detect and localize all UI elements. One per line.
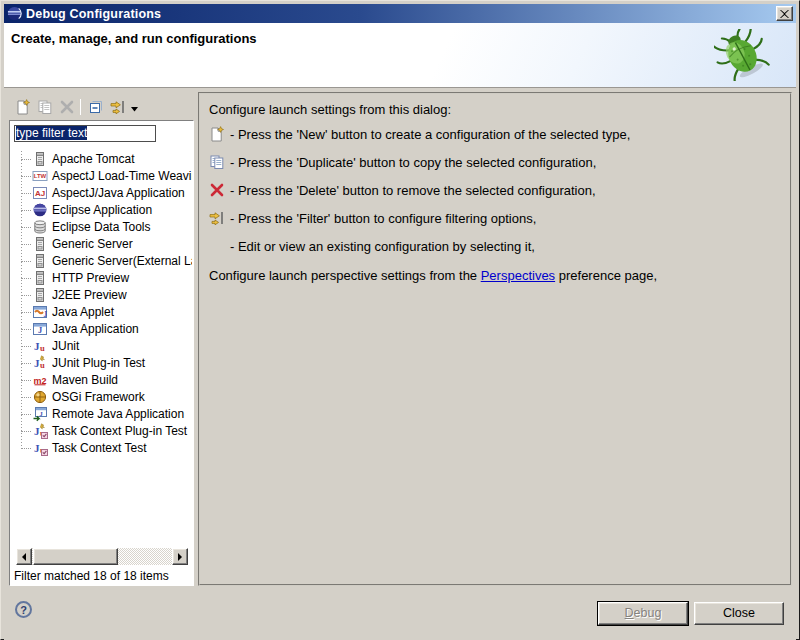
- svg-text:u: u: [40, 343, 45, 353]
- tree-horizontal-scrollbar[interactable]: [16, 548, 188, 565]
- configurations-sidebar: type filter text Apache TomcatLTWAspectJ…: [9, 94, 194, 586]
- help-bullet-text: - Press the 'Duplicate' button to copy t…: [230, 155, 596, 170]
- ltw-icon: LTW: [32, 168, 48, 184]
- task-test-icon: Ju: [32, 440, 48, 456]
- help-button[interactable]: ?: [15, 601, 32, 618]
- scrollbar-thumb[interactable]: [33, 548, 118, 565]
- right-arrow-icon: [178, 553, 186, 561]
- debug-bug-icon: [714, 29, 770, 85]
- question-mark-icon: ?: [20, 604, 27, 616]
- configuration-type-tree: Apache TomcatLTWAspectJ Load-Time Weavin…: [11, 151, 192, 459]
- tree-item-java-application[interactable]: JJava Application: [11, 321, 192, 338]
- tree-item-java-applet[interactable]: JJava Applet: [11, 304, 192, 321]
- tree-item-eclipse-data-tools[interactable]: Eclipse Data Tools: [11, 219, 192, 236]
- delete-icon: [59, 99, 75, 115]
- launch-help-panel: Configure launch settings from this dial…: [198, 92, 792, 586]
- svg-text:AJ: AJ: [35, 189, 45, 198]
- server-icon: [32, 151, 48, 167]
- scrollbar-track[interactable]: [32, 548, 172, 565]
- filter-match-status: Filter matched 18 of 18 items: [14, 569, 169, 583]
- javaapp-icon: J: [32, 321, 48, 337]
- configuration-tree-panel: type filter text Apache TomcatLTWAspectJ…: [9, 120, 194, 586]
- tree-item-label: Generic Server: [11, 236, 133, 253]
- junit-plugin-icon: Ju: [32, 355, 48, 371]
- duplicate-icon: [37, 99, 53, 115]
- duplicate-icon: [209, 154, 227, 170]
- debug-button[interactable]: Debug: [598, 602, 688, 625]
- tree-item-label: HTTP Preview: [11, 270, 129, 287]
- dialog-body: type filter text Apache TomcatLTWAspectJ…: [4, 88, 796, 640]
- help-intro-text: Configure launch settings from this dial…: [209, 102, 782, 117]
- scroll-right-button[interactable]: [172, 548, 188, 565]
- tree-item-label: Java Applet: [11, 304, 114, 321]
- svg-text:m2: m2: [33, 376, 46, 386]
- tree-item-generic-server[interactable]: Generic Server: [11, 236, 192, 253]
- configurations-toolbar: [9, 94, 194, 120]
- tree-item-junit-plug-in-test[interactable]: JuJUnit Plug-in Test: [11, 355, 192, 372]
- aj-icon: AJ: [32, 185, 48, 201]
- server-icon: [32, 236, 48, 252]
- tree-item-generic-server-external-launch[interactable]: Generic Server(External Launch): [11, 253, 192, 270]
- new-icon: [15, 99, 31, 115]
- tree-item-task-context-plug-in-test[interactable]: JuTask Context Plug-in Test: [11, 423, 192, 440]
- svg-text:LTW: LTW: [34, 173, 47, 179]
- filter-icon: [110, 99, 126, 115]
- filter-launch-configurations-button[interactable]: [107, 96, 129, 118]
- title-bar: Debug Configurations: [4, 4, 796, 23]
- tree-item-osgi-framework[interactable]: OSGi Framework: [11, 389, 192, 406]
- perspectives-link[interactable]: Perspectives: [481, 268, 555, 283]
- new-configuration-button[interactable]: [12, 96, 34, 118]
- dialog-header-title: Create, manage, and run configurations: [11, 31, 257, 46]
- left-arrow-icon: [18, 553, 26, 561]
- perspective-note-before: Configure launch perspective settings fr…: [209, 268, 481, 283]
- perspective-note: Configure launch perspective settings fr…: [209, 268, 782, 283]
- tree-item-label: Java Application: [11, 321, 139, 338]
- tree-item-aspectj-load-time-weaving-application[interactable]: LTWAspectJ Load-Time Weaving Application: [11, 168, 192, 185]
- perspective-note-after: preference page,: [555, 268, 657, 283]
- tree-item-junit[interactable]: JuJUnit: [11, 338, 192, 355]
- type-filter-input[interactable]: type filter text: [14, 125, 156, 142]
- dropdown-caret-icon[interactable]: [131, 98, 138, 116]
- new-icon: [209, 126, 227, 142]
- help-bullet-text: - Press the 'New' button to create a con…: [230, 127, 630, 142]
- tree-item-eclipse-application[interactable]: Eclipse Application: [11, 202, 192, 219]
- help-bullet-duplicate: - Press the 'Duplicate' button to copy t…: [209, 152, 782, 172]
- server-icon: [32, 287, 48, 303]
- help-bullet-new: - Press the 'New' button to create a con…: [209, 124, 782, 144]
- debug-configurations-dialog: Debug Configurations Create, manage, and…: [0, 0, 800, 640]
- dialog-header-banner: Create, manage, and run configurations: [4, 23, 796, 88]
- help-bullet-text: - Edit or view an existing configuration…: [230, 239, 535, 254]
- close-window-button[interactable]: [776, 6, 793, 21]
- help-bullet-none: - Edit or view an existing configuration…: [209, 236, 782, 256]
- tree-item-task-context-test[interactable]: JuTask Context Test: [11, 440, 192, 457]
- filter-input-selected-text: type filter text: [16, 126, 87, 140]
- eclipse-logo-icon: [7, 6, 22, 21]
- remote-java-icon: J: [32, 406, 48, 422]
- tree-item-label: Apache Tomcat: [11, 151, 135, 168]
- filter-icon: [209, 210, 227, 226]
- tree-item-label: Maven Build: [11, 372, 118, 389]
- server-icon: [32, 270, 48, 286]
- delete-icon: [209, 182, 227, 198]
- scroll-left-button[interactable]: [16, 548, 32, 565]
- task-plugin-icon: Ju: [32, 423, 48, 439]
- applet-icon: J: [32, 304, 48, 320]
- maven-icon: m2: [32, 372, 48, 388]
- help-bullet-filter: - Press the 'Filter' button to configure…: [209, 208, 782, 228]
- delete-configuration-button[interactable]: [56, 96, 78, 118]
- tree-item-remote-java-application[interactable]: JRemote Java Application: [11, 406, 192, 423]
- help-bullet-text: - Press the 'Filter' button to configure…: [230, 211, 536, 226]
- tree-item-label: J2EE Preview: [11, 287, 127, 304]
- tree-item-apache-tomcat[interactable]: Apache Tomcat: [11, 151, 192, 168]
- close-button[interactable]: Close: [694, 602, 784, 625]
- duplicate-configuration-button[interactable]: [34, 96, 56, 118]
- tree-item-aspectj-java-application[interactable]: AJAspectJ/Java Application: [11, 185, 192, 202]
- tree-item-http-preview[interactable]: HTTP Preview: [11, 270, 192, 287]
- help-bullet-list: - Press the 'New' button to create a con…: [209, 124, 782, 256]
- collapse-all-button[interactable]: [85, 96, 107, 118]
- tree-item-j2ee-preview[interactable]: J2EE Preview: [11, 287, 192, 304]
- junit-icon: Ju: [32, 338, 48, 354]
- server-icon: [32, 253, 48, 269]
- tree-item-maven-build[interactable]: m2Maven Build: [11, 372, 192, 389]
- help-bullet-delete: - Press the 'Delete' button to remove th…: [209, 180, 782, 200]
